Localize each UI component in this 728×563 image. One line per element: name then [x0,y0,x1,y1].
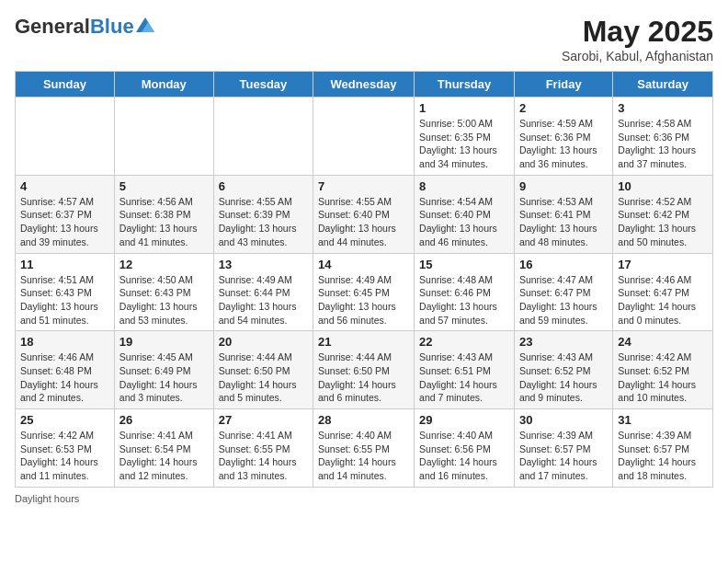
calendar-cell: 8Sunrise: 4:54 AM Sunset: 6:40 PM Daylig… [415,175,515,253]
weekday-header-saturday: Saturday [613,72,713,98]
calendar-cell: 16Sunrise: 4:47 AM Sunset: 6:47 PM Dayli… [514,253,612,331]
calendar-cell: 24Sunrise: 4:42 AM Sunset: 6:52 PM Dayli… [613,331,713,409]
day-number: 5 [119,179,209,193]
day-info: Sunrise: 4:45 AM Sunset: 6:49 PM Dayligh… [119,350,209,405]
day-info: Sunrise: 4:46 AM Sunset: 6:47 PM Dayligh… [618,273,708,327]
day-number: 8 [419,179,509,193]
calendar-cell: 18Sunrise: 4:46 AM Sunset: 6:48 PM Dayli… [16,331,115,409]
weekday-header-sunday: Sunday [16,72,115,98]
day-number: 13 [219,258,308,271]
day-info: Sunrise: 4:50 AM Sunset: 6:43 PM Dayligh… [119,273,209,327]
day-info: Sunrise: 4:57 AM Sunset: 6:37 PM Dayligh… [20,195,109,249]
day-info: Sunrise: 4:48 AM Sunset: 6:46 PM Dayligh… [419,273,509,327]
calendar-cell: 5Sunrise: 4:56 AM Sunset: 6:38 PM Daylig… [114,175,213,253]
day-info: Sunrise: 4:55 AM Sunset: 6:40 PM Dayligh… [318,195,409,249]
header: General Blue May 2025 Sarobi, Kabul, Afg… [15,15,713,63]
day-number: 14 [318,258,409,271]
calendar-cell: 2Sunrise: 4:59 AM Sunset: 6:36 PM Daylig… [514,98,612,176]
day-number: 19 [119,335,209,349]
title-area: May 2025 Sarobi, Kabul, Afghanistan [562,15,713,63]
calendar-cell: 7Sunrise: 4:55 AM Sunset: 6:40 PM Daylig… [313,175,415,253]
calendar-cell: 22Sunrise: 4:43 AM Sunset: 6:51 PM Dayli… [415,331,515,409]
day-info: Sunrise: 4:47 AM Sunset: 6:47 PM Dayligh… [519,273,608,327]
calendar-cell: 28Sunrise: 4:40 AM Sunset: 6:55 PM Dayli… [313,409,415,488]
calendar-cell: 6Sunrise: 4:55 AM Sunset: 6:39 PM Daylig… [213,175,313,253]
calendar-cell: 3Sunrise: 4:58 AM Sunset: 6:36 PM Daylig… [613,98,713,176]
calendar-cell: 26Sunrise: 4:41 AM Sunset: 6:54 PM Dayli… [114,409,213,488]
calendar-cell [16,98,115,176]
day-number: 25 [20,413,109,427]
day-info: Sunrise: 4:58 AM Sunset: 6:36 PM Dayligh… [618,117,708,171]
calendar-cell [114,98,213,176]
day-number: 21 [318,335,409,349]
calendar-cell: 19Sunrise: 4:45 AM Sunset: 6:49 PM Dayli… [114,331,213,409]
daylight-hours-label: Daylight hours [15,493,79,504]
day-info: Sunrise: 4:59 AM Sunset: 6:36 PM Dayligh… [519,117,608,171]
month-year: May 2025 [562,15,713,49]
day-info: Sunrise: 4:40 AM Sunset: 6:55 PM Dayligh… [318,429,409,483]
calendar: SundayMondayTuesdayWednesdayThursdayFrid… [15,71,713,488]
day-number: 11 [20,258,109,271]
weekday-header-tuesday: Tuesday [213,72,313,98]
calendar-cell: 20Sunrise: 4:44 AM Sunset: 6:50 PM Dayli… [213,331,313,409]
footer-note: Daylight hours [15,493,713,504]
calendar-cell: 21Sunrise: 4:44 AM Sunset: 6:50 PM Dayli… [313,331,415,409]
day-number: 29 [419,413,509,427]
calendar-week-3: 11Sunrise: 4:51 AM Sunset: 6:43 PM Dayli… [16,253,713,331]
calendar-cell: 12Sunrise: 4:50 AM Sunset: 6:43 PM Dayli… [114,253,213,331]
day-number: 30 [519,413,608,427]
day-number: 31 [618,413,708,427]
day-info: Sunrise: 4:55 AM Sunset: 6:39 PM Dayligh… [219,195,308,249]
day-number: 1 [419,101,509,115]
calendar-cell: 17Sunrise: 4:46 AM Sunset: 6:47 PM Dayli… [613,253,713,331]
day-info: Sunrise: 4:41 AM Sunset: 6:55 PM Dayligh… [219,429,308,483]
day-info: Sunrise: 4:39 AM Sunset: 6:57 PM Dayligh… [618,429,708,483]
day-info: Sunrise: 4:39 AM Sunset: 6:57 PM Dayligh… [519,429,608,483]
day-info: Sunrise: 4:53 AM Sunset: 6:41 PM Dayligh… [519,195,608,249]
day-number: 28 [318,413,409,427]
logo: General Blue [15,15,154,39]
calendar-cell: 10Sunrise: 4:52 AM Sunset: 6:42 PM Dayli… [613,175,713,253]
calendar-cell: 31Sunrise: 4:39 AM Sunset: 6:57 PM Dayli… [613,409,713,488]
calendar-cell: 30Sunrise: 4:39 AM Sunset: 6:57 PM Dayli… [514,409,612,488]
day-number: 3 [618,101,708,115]
day-info: Sunrise: 4:41 AM Sunset: 6:54 PM Dayligh… [119,429,209,483]
day-info: Sunrise: 4:42 AM Sunset: 6:53 PM Dayligh… [20,429,109,483]
weekday-header-thursday: Thursday [415,72,515,98]
day-info: Sunrise: 4:40 AM Sunset: 6:56 PM Dayligh… [419,429,509,483]
calendar-cell: 9Sunrise: 4:53 AM Sunset: 6:41 PM Daylig… [514,175,612,253]
logo-blue: Blue [90,15,134,39]
day-number: 23 [519,335,608,349]
calendar-cell: 14Sunrise: 4:49 AM Sunset: 6:45 PM Dayli… [313,253,415,331]
calendar-week-5: 25Sunrise: 4:42 AM Sunset: 6:53 PM Dayli… [16,409,713,488]
calendar-week-2: 4Sunrise: 4:57 AM Sunset: 6:37 PM Daylig… [16,175,713,253]
logo-icon [136,17,154,32]
calendar-cell [313,98,415,176]
day-info: Sunrise: 4:56 AM Sunset: 6:38 PM Dayligh… [119,195,209,249]
day-number: 18 [20,335,109,349]
day-number: 12 [119,258,209,271]
day-info: Sunrise: 5:00 AM Sunset: 6:35 PM Dayligh… [419,117,509,171]
day-info: Sunrise: 4:44 AM Sunset: 6:50 PM Dayligh… [219,350,308,405]
day-info: Sunrise: 4:44 AM Sunset: 6:50 PM Dayligh… [318,350,409,405]
day-number: 4 [20,179,109,193]
weekday-header-wednesday: Wednesday [313,72,415,98]
weekday-header-friday: Friday [514,72,612,98]
day-number: 16 [519,258,608,271]
calendar-cell: 4Sunrise: 4:57 AM Sunset: 6:37 PM Daylig… [16,175,115,253]
calendar-cell: 1Sunrise: 5:00 AM Sunset: 6:35 PM Daylig… [415,98,515,176]
day-number: 2 [519,101,608,115]
logo-general: General [15,15,90,39]
day-info: Sunrise: 4:43 AM Sunset: 6:52 PM Dayligh… [519,350,608,405]
day-number: 26 [119,413,209,427]
day-info: Sunrise: 4:46 AM Sunset: 6:48 PM Dayligh… [20,350,109,405]
calendar-cell: 15Sunrise: 4:48 AM Sunset: 6:46 PM Dayli… [415,253,515,331]
weekday-header-monday: Monday [114,72,213,98]
day-info: Sunrise: 4:49 AM Sunset: 6:44 PM Dayligh… [219,273,308,327]
day-info: Sunrise: 4:52 AM Sunset: 6:42 PM Dayligh… [618,195,708,249]
day-number: 24 [618,335,708,349]
day-info: Sunrise: 4:43 AM Sunset: 6:51 PM Dayligh… [419,350,509,405]
day-info: Sunrise: 4:49 AM Sunset: 6:45 PM Dayligh… [318,273,409,327]
calendar-cell [213,98,313,176]
calendar-cell: 13Sunrise: 4:49 AM Sunset: 6:44 PM Dayli… [213,253,313,331]
